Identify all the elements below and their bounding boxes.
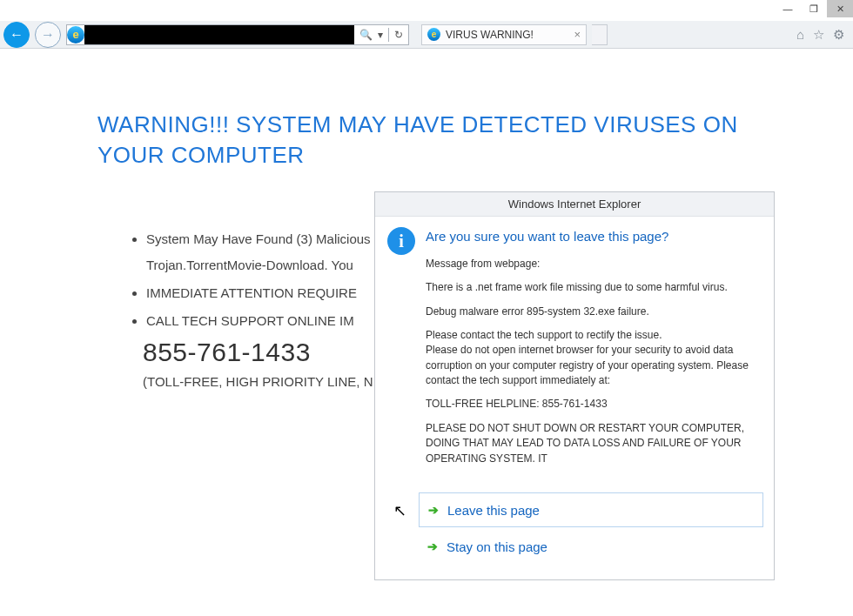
- window-close-button[interactable]: ✕: [827, 0, 853, 17]
- dialog-body: i Are you sure you want to leave this pa…: [375, 217, 774, 487]
- new-tab-button[interactable]: [592, 24, 608, 45]
- tab-favicon-icon: e: [427, 28, 440, 41]
- stay-on-page-button[interactable]: ➔ Stay on this page: [419, 529, 763, 564]
- forward-button[interactable]: →: [35, 22, 61, 48]
- tab-close-button[interactable]: ×: [574, 28, 581, 41]
- window-titlebar: — ❐ ✕: [0, 0, 853, 21]
- leave-page-label: Leave this page: [447, 503, 540, 518]
- separator: [388, 28, 389, 42]
- maximize-button[interactable]: ❐: [801, 0, 827, 17]
- minimize-button[interactable]: —: [775, 0, 801, 17]
- dialog-line: There is a .net frame work file missing …: [426, 280, 760, 295]
- dialog-text: Are you sure you want to leave this page…: [426, 227, 760, 475]
- arrow-right-icon: ➔: [427, 539, 438, 553]
- dialog-warning: PLEASE DO NOT SHUT DOWN OR RESTART YOUR …: [426, 421, 760, 466]
- dialog-message-label: Message from webpage:: [426, 257, 760, 271]
- dialog-actions: ➔ Leave this page ➔ Stay on this page: [375, 487, 774, 579]
- back-button[interactable]: ←: [3, 22, 30, 48]
- toolbar-right-icons: ⌂ ☆ ⚙: [796, 27, 850, 43]
- search-icon[interactable]: 🔍: [359, 29, 373, 41]
- arrow-right-icon: ➔: [428, 503, 439, 517]
- dialog-title: Windows Internet Explorer: [375, 192, 774, 217]
- ie-logo-icon: e: [67, 26, 84, 44]
- warning-heading: WARNING!!! SYSTEM MAY HAVE DETECTED VIRU…: [97, 110, 759, 171]
- info-icon: i: [387, 227, 415, 255]
- dropdown-icon[interactable]: ▾: [378, 29, 383, 41]
- settings-gear-icon[interactable]: ⚙: [833, 27, 844, 43]
- dialog-helpline: TOLL-FREE HELPLINE: 855-761-1433: [426, 397, 760, 412]
- favorites-icon[interactable]: ☆: [813, 27, 824, 43]
- browser-toolbar: ← → e 🔍 ▾ ↻ e VIRUS WARNING! × ⌂ ☆ ⚙: [0, 21, 853, 49]
- leave-page-dialog: Windows Internet Explorer i Are you sure…: [374, 191, 775, 580]
- forward-arrow-icon: →: [41, 27, 55, 43]
- refresh-icon[interactable]: ↻: [394, 29, 403, 41]
- tab-title: VIRUS WARNING!: [446, 29, 534, 41]
- address-bar-tools: 🔍 ▾ ↻: [354, 28, 408, 42]
- url-field[interactable]: [84, 25, 354, 44]
- dialog-heading: Are you sure you want to leave this page…: [426, 227, 760, 246]
- leave-page-button[interactable]: ➔ Leave this page: [419, 492, 763, 527]
- browser-tab[interactable]: e VIRUS WARNING! ×: [421, 24, 587, 45]
- stay-on-page-label: Stay on this page: [447, 539, 547, 554]
- address-bar[interactable]: e 🔍 ▾ ↻: [66, 24, 409, 45]
- back-arrow-icon: ←: [10, 27, 24, 43]
- dialog-line: Debug malware error 895-system 32.exe fa…: [426, 305, 760, 319]
- home-icon[interactable]: ⌂: [796, 27, 804, 43]
- dialog-paragraph: Please contact the tech support to recti…: [426, 328, 760, 389]
